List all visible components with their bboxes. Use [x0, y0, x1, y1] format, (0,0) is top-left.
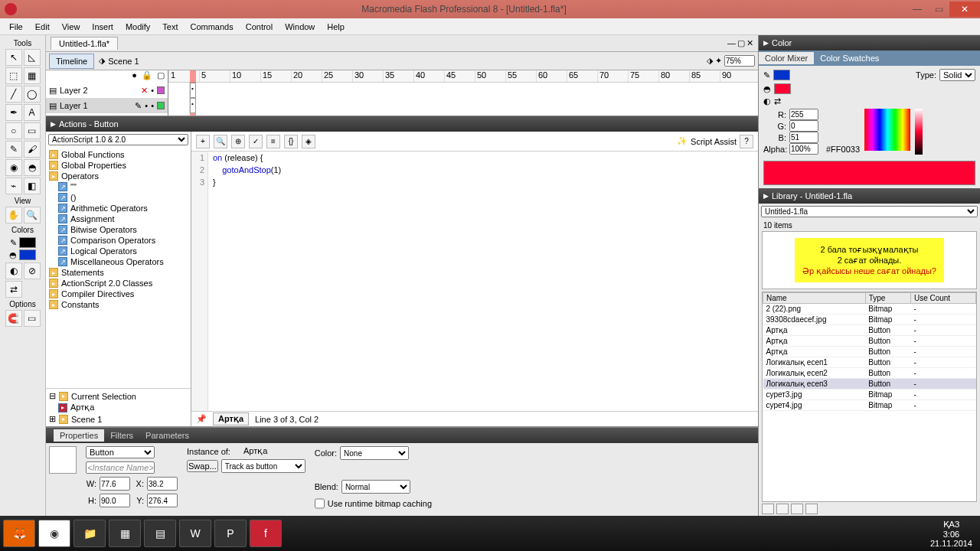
taskbar-flash[interactable]: f	[250, 520, 282, 547]
layer-name[interactable]: Layer 2	[60, 86, 88, 95]
library-row[interactable]: сурет3.jpgBitmap-	[763, 390, 976, 400]
menu-file[interactable]: File	[3, 21, 29, 33]
layer-name[interactable]: Layer 1	[60, 101, 88, 110]
eraser-tool[interactable]: ◧	[24, 178, 41, 194]
layer-dot[interactable]: •	[145, 101, 148, 110]
library-row[interactable]: 2 (22).pngBitmap-	[763, 304, 976, 315]
edit-scene-icon[interactable]: ⬗	[707, 56, 713, 66]
option-tool2[interactable]: ▭	[24, 310, 41, 327]
ink-tool[interactable]: ◉	[5, 159, 22, 176]
stroke-swatch[interactable]	[19, 237, 36, 248]
stroke-color-swatch[interactable]	[773, 70, 790, 80]
debug-button[interactable]: ◈	[302, 135, 315, 148]
taskbar-firefox[interactable]: 🦊	[3, 520, 35, 547]
oval-tool[interactable]: ○	[5, 122, 22, 139]
bw-icon[interactable]: ◐	[763, 96, 771, 106]
minimize-button[interactable]: —	[906, 2, 928, 17]
tab-properties[interactable]: Properties	[54, 429, 104, 442]
bucket-tool[interactable]: ◓	[24, 159, 41, 176]
tab-color-swatches[interactable]: Color Swatches	[814, 52, 885, 64]
selection-tool[interactable]: ↖	[5, 49, 22, 66]
code-editor[interactable]: 123 on (release) { gotoAndStop(1) }	[191, 152, 758, 411]
brush-tool[interactable]: 🖌	[24, 141, 41, 158]
gradient-tool[interactable]: ▦	[24, 67, 41, 84]
outline-icon[interactable]: ▢	[157, 70, 165, 83]
y-input[interactable]	[147, 494, 178, 507]
hand-tool[interactable]: ✋	[5, 207, 22, 223]
pin-icon[interactable]: 📌	[196, 414, 207, 424]
fill-type-select[interactable]: Solid	[939, 69, 975, 81]
library-row[interactable]: Логикалық есеп2Button-	[763, 368, 976, 379]
find-button[interactable]: 🔍	[214, 135, 227, 148]
menu-help[interactable]: Help	[321, 21, 351, 33]
layer-color[interactable]	[157, 86, 165, 94]
b-input[interactable]	[789, 132, 818, 143]
swap-colors-button[interactable]: ⇄	[5, 281, 22, 298]
layer-dot[interactable]: •	[151, 86, 154, 95]
zoom-tool[interactable]: 🔍	[24, 207, 41, 223]
format-button[interactable]: ≡	[266, 135, 280, 148]
doc-min-icon[interactable]: —	[727, 38, 736, 48]
x-input[interactable]	[147, 477, 178, 491]
width-input[interactable]	[100, 477, 130, 491]
keyframe[interactable]	[190, 98, 196, 113]
library-row[interactable]: АртқаButton-	[763, 347, 976, 357]
check-button[interactable]: ✓	[249, 135, 263, 148]
black-white-button[interactable]: ◐	[5, 262, 22, 279]
library-row[interactable]: Логикалық есеп1Button-	[763, 357, 976, 368]
timeline-button[interactable]: Timeline	[49, 54, 94, 69]
text-tool[interactable]: A	[24, 104, 41, 121]
close-button[interactable]: ✕	[949, 2, 980, 17]
instance-type-select[interactable]: Button	[86, 446, 155, 458]
swap-button[interactable]: Swap...	[187, 460, 218, 472]
taskbar-app1[interactable]: ▦	[109, 520, 141, 547]
menu-insert[interactable]: Insert	[86, 21, 119, 33]
taskbar-ppt[interactable]: P	[214, 520, 247, 547]
code-pin-tab[interactable]: Артқа	[213, 412, 249, 425]
menu-window[interactable]: Window	[279, 21, 321, 33]
edit-symbol-icon[interactable]: ✦	[715, 56, 722, 66]
lock-icon[interactable]: 🔒	[142, 70, 152, 83]
menu-commands[interactable]: Commands	[184, 21, 239, 33]
fill-swatch[interactable]	[19, 249, 36, 260]
keyframe[interactable]	[190, 83, 196, 98]
menu-control[interactable]: Control	[240, 21, 279, 33]
add-script-button[interactable]: +	[196, 135, 210, 148]
doc-close-icon[interactable]: ✕	[746, 38, 753, 48]
library-row[interactable]: АртқаButton-	[763, 325, 976, 336]
properties-button[interactable]	[791, 504, 803, 514]
instance-name-input[interactable]	[86, 461, 155, 474]
track-select[interactable]: Track as button	[221, 459, 305, 473]
help-button[interactable]: ?	[740, 135, 753, 148]
delete-button[interactable]	[805, 504, 818, 514]
height-input[interactable]	[100, 494, 130, 507]
r-input[interactable]	[789, 109, 818, 120]
taskbar-word[interactable]: W	[179, 520, 211, 547]
library-doc-select[interactable]: Untitled-1.fla	[761, 206, 978, 217]
snap-tool[interactable]: 🧲	[5, 310, 22, 327]
frame-ruler[interactable]: 151015202530354045505560657075808590	[168, 70, 758, 83]
as-version-select[interactable]: ActionScript 1.0 & 2.0	[48, 134, 188, 145]
taskbar-explorer[interactable]: 📁	[74, 520, 106, 547]
hint-button[interactable]: {}	[284, 135, 298, 148]
library-row[interactable]: 39308cdaecef.jpgBitmap-	[763, 315, 976, 325]
menu-edit[interactable]: Edit	[29, 21, 56, 33]
script-assist-button[interactable]: Script Assist	[691, 137, 737, 146]
actions-tree[interactable]: ▸Global Functions ▸Global Properties ▸Op…	[46, 148, 191, 388]
alpha-input[interactable]	[789, 143, 818, 155]
taskbar-app2[interactable]: ▤	[144, 520, 176, 547]
zoom-input[interactable]	[724, 55, 755, 67]
layer-toggle[interactable]: ✕	[141, 86, 148, 96]
free-transform-tool[interactable]: ⬚	[5, 67, 22, 84]
new-folder-button[interactable]	[776, 504, 789, 514]
brightness-slider[interactable]	[915, 109, 923, 155]
hex-value[interactable]: #FF0033	[826, 145, 860, 154]
actions-panel-header[interactable]: ▶ Actions - Button	[46, 116, 758, 132]
menu-modify[interactable]: Modify	[119, 21, 156, 33]
subselect-tool[interactable]: ◺	[24, 49, 41, 66]
line-tool[interactable]: ╱	[5, 86, 22, 103]
eyedropper-tool[interactable]: ⌁	[5, 178, 22, 194]
tab-filters[interactable]: Filters	[104, 429, 139, 442]
doc-tab[interactable]: Untitled-1.fla*	[51, 37, 118, 50]
pen-tool[interactable]: ✒	[5, 104, 22, 121]
